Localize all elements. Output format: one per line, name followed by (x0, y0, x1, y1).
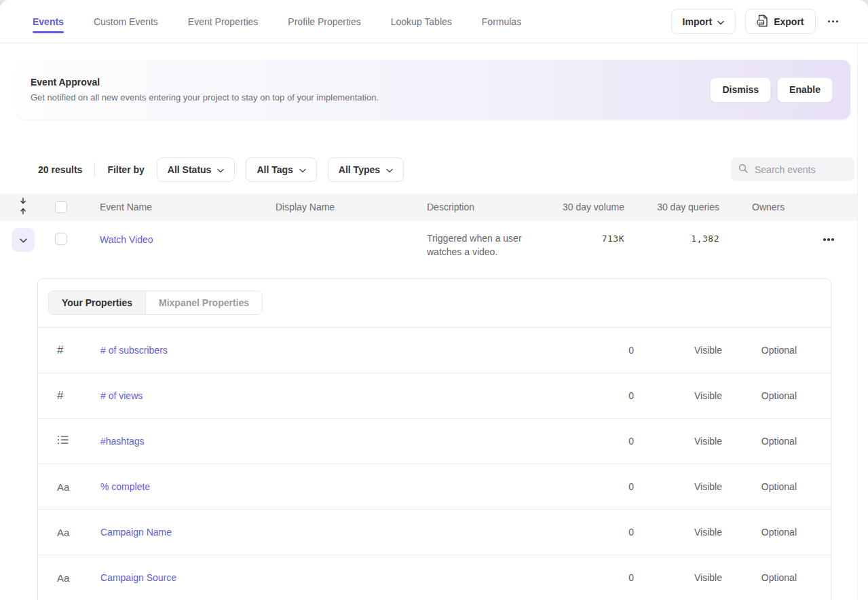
text-type-icon: Aa (57, 527, 69, 538)
event-name-link[interactable]: Watch Video (100, 234, 153, 245)
svg-text:csv: csv (759, 20, 765, 24)
tab-mixpanel-properties[interactable]: Mixpanel Properties (146, 291, 262, 314)
properties-tab-group: Your Properties Mixpanel Properties (48, 290, 263, 315)
status-filter-dropdown[interactable]: All Status (157, 157, 235, 182)
tags-filter-label: All Tags (257, 164, 293, 175)
property-count: 0 (593, 481, 634, 492)
property-count: 0 (593, 436, 634, 447)
chevron-down-icon (20, 235, 27, 245)
property-requirement[interactable]: Optional (722, 572, 797, 583)
property-link[interactable]: % complete (100, 481, 593, 492)
chevron-down-icon (386, 164, 393, 175)
column-header-30-day-volume: 30 day volume (550, 202, 624, 212)
text-type-icon: Aa (57, 481, 69, 493)
property-count: 0 (593, 527, 634, 538)
expanded-row-area: Your Properties Mixpanel Properties # # … (0, 268, 868, 600)
tab-profile-properties[interactable]: Profile Properties (288, 2, 360, 41)
collapse-row-button[interactable] (12, 228, 35, 252)
property-link[interactable]: Campaign Name (100, 527, 593, 538)
number-type-icon: # (57, 389, 63, 402)
queries-cell: 1,382 (624, 233, 719, 244)
property-link[interactable]: # of subscribers (100, 345, 593, 356)
tab-formulas[interactable]: Formulas (482, 2, 521, 41)
nav-tabs: Events Custom Events Event Properties Pr… (33, 2, 521, 41)
property-visibility[interactable]: Visible (634, 436, 722, 447)
results-count: 20 results (38, 164, 82, 175)
property-requirement[interactable]: Optional (722, 345, 797, 356)
export-button-label: Export (774, 16, 804, 27)
lexicon-events-page: Events Custom Events Event Properties Pr… (0, 0, 868, 600)
number-type-icon: # (57, 343, 63, 357)
vertical-divider (94, 162, 95, 177)
import-button[interactable]: Import (671, 9, 736, 34)
tab-lookup-tables[interactable]: Lookup Tables (391, 2, 452, 41)
list-type-icon (57, 434, 69, 448)
property-link[interactable]: Campaign Source (100, 572, 593, 583)
types-filter-dropdown[interactable]: All Types (328, 157, 404, 182)
property-visibility[interactable]: Visible (634, 481, 722, 492)
property-visibility[interactable]: Visible (634, 390, 722, 401)
chevron-down-icon (717, 16, 724, 27)
banner-description: Get notified on all new events entering … (31, 92, 379, 102)
import-button-label: Import (683, 16, 713, 27)
search-box (731, 157, 854, 181)
banner-actions: Dismiss Enable (710, 77, 833, 102)
dismiss-button[interactable]: Dismiss (710, 77, 771, 102)
csv-file-icon: csv (757, 14, 768, 29)
column-header-30-day-queries: 30 day queries (624, 202, 719, 212)
tags-filter-dropdown[interactable]: All Tags (246, 157, 316, 182)
property-visibility[interactable]: Visible (634, 345, 722, 356)
row-actions-button[interactable] (820, 234, 837, 245)
chevron-down-icon (299, 164, 306, 175)
top-nav: Events Custom Events Event Properties Pr… (0, 0, 868, 43)
ellipsis-icon (823, 238, 834, 241)
property-requirement[interactable]: Optional (722, 390, 797, 401)
column-header-event-name: Event Name (90, 202, 268, 212)
property-link[interactable]: # of views (100, 390, 593, 401)
tab-custom-events[interactable]: Custom Events (94, 2, 158, 41)
export-button[interactable]: csv Export (745, 9, 815, 34)
property-requirement[interactable]: Optional (722, 436, 797, 447)
property-link[interactable]: #hashtags (100, 436, 593, 447)
search-input[interactable] (755, 164, 843, 175)
tab-event-properties[interactable]: Event Properties (188, 2, 259, 41)
property-row: # # of subscribers 0 Visible Optional (38, 328, 831, 373)
row-checkbox[interactable] (55, 233, 67, 245)
ellipsis-icon (828, 20, 839, 23)
property-row: Aa Campaign Name 0 Visible Optional (38, 510, 831, 555)
properties-panel: Your Properties Mixpanel Properties # # … (37, 278, 831, 600)
types-filter-label: All Types (339, 164, 380, 175)
column-header-display-name: Display Name (268, 202, 419, 212)
property-visibility[interactable]: Visible (634, 572, 722, 583)
search-icon (738, 163, 749, 176)
property-row: # # of views 0 Visible Optional (38, 373, 831, 419)
status-filter-label: All Status (168, 164, 212, 175)
nav-actions: Import csv Export (671, 9, 841, 34)
event-row-watch-video: Watch Video Triggered when a user watche… (0, 221, 868, 268)
scrollbar-track[interactable] (857, 43, 868, 600)
table-header: Event Name Display Name Description 30 d… (0, 193, 868, 221)
text-type-icon: Aa (57, 572, 69, 584)
property-requirement[interactable]: Optional (722, 527, 797, 538)
more-options-button[interactable] (825, 16, 842, 27)
property-row: #hashtags 0 Visible Optional (38, 419, 831, 464)
column-header-owners: Owners (719, 202, 801, 212)
event-approval-banner: Event Approval Get notified on all new e… (17, 60, 850, 119)
tab-your-properties[interactable]: Your Properties (49, 291, 146, 314)
property-count: 0 (593, 572, 634, 583)
banner-title: Event Approval (31, 77, 379, 88)
enable-button[interactable]: Enable (777, 77, 833, 102)
collapse-all-button[interactable] (17, 196, 29, 218)
banner-text: Event Approval Get notified on all new e… (31, 77, 379, 102)
volume-cell: 713K (550, 233, 624, 244)
column-header-description: Description (419, 202, 550, 212)
property-visibility[interactable]: Visible (634, 527, 722, 538)
description-cell: Triggered when a user watches a video. (419, 231, 550, 259)
property-requirement[interactable]: Optional (722, 481, 797, 492)
property-row: Aa Campaign Source 0 Visible Optional (38, 555, 831, 600)
filter-bar: 20 results Filter by All Status All Tags… (38, 157, 868, 182)
select-all-checkbox[interactable] (55, 201, 67, 213)
property-count: 0 (593, 345, 634, 356)
tab-events[interactable]: Events (33, 2, 64, 41)
collapse-vertical-icon (18, 206, 28, 217)
